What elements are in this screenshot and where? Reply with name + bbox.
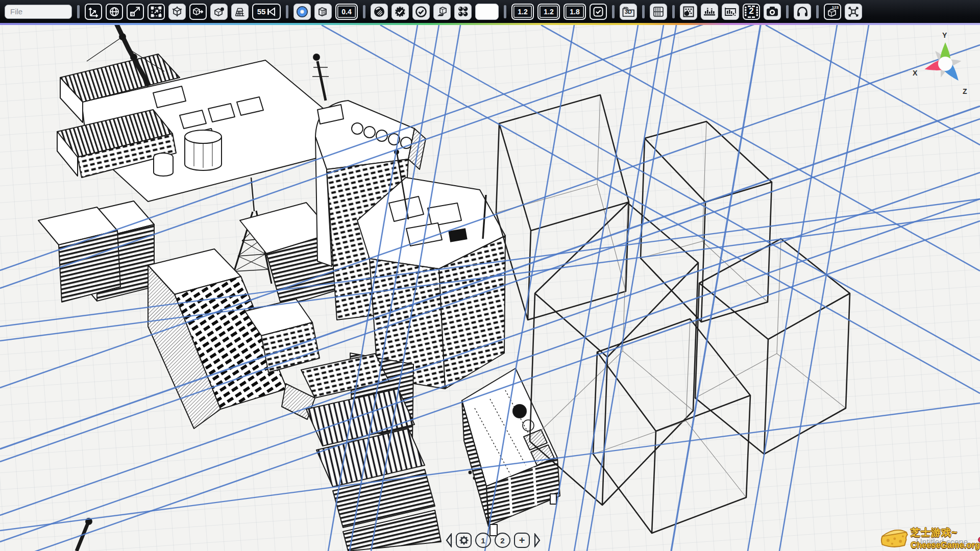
watermark-site: CheeseGame.org — [911, 540, 980, 550]
headphones-icon — [796, 6, 808, 18]
toolbar-separator — [786, 5, 789, 18]
check-circle-icon — [415, 6, 427, 18]
fullscreen-icon — [847, 6, 860, 18]
gizmo-z-label: Z — [963, 87, 967, 95]
film-frame-number: 2 — [749, 6, 753, 16]
check-circle-button[interactable] — [412, 4, 430, 20]
scale-x-value: 1.2 — [518, 8, 527, 16]
globe-button[interactable] — [106, 4, 123, 20]
cube-vertex-icon — [213, 6, 225, 17]
watermark: 芝士游戏~ CheeseGame.org — [879, 523, 980, 551]
cube-vertex-button[interactable] — [210, 4, 228, 20]
toolbar-separator — [77, 5, 80, 18]
cube-gizmo-icon — [171, 6, 183, 17]
cube-hatch-icon — [317, 6, 329, 17]
cheese-icon — [879, 523, 909, 550]
cube-translate-icon — [192, 6, 204, 17]
headphones-button[interactable] — [794, 4, 811, 20]
add-page-button[interactable]: + — [514, 533, 530, 548]
scale-z-button[interactable]: 1.8 — [564, 4, 586, 20]
camera-photo-icon — [766, 6, 779, 18]
equalizer-icon — [703, 6, 716, 18]
toolbar-separator — [642, 5, 645, 18]
toolbar: File 55 0.4 1.2 1.2 1.8 3D — [0, 0, 980, 23]
toolbar-separator — [672, 5, 675, 18]
window-panel-button[interactable] — [650, 4, 667, 20]
move-axes-button[interactable] — [85, 4, 102, 20]
app-window: File 55 0.4 1.2 1.2 1.8 3D — [0, 0, 980, 551]
scale-y-button[interactable]: 1.2 — [537, 4, 560, 20]
check-dashed-button[interactable] — [391, 4, 409, 20]
page-1-label: 1 — [481, 536, 485, 545]
dither-ball-button[interactable] — [680, 4, 697, 20]
file-menu-button[interactable]: File — [5, 5, 72, 19]
fullscreen-button[interactable] — [845, 4, 862, 20]
page-controls: 1 2 + — [445, 533, 541, 548]
scale-diagonal-icon — [129, 6, 141, 17]
select-chart-button[interactable] — [722, 4, 739, 20]
scene-canvas — [0, 25, 980, 551]
gizmo-y-label: Y — [942, 31, 947, 39]
folder-3d-label: 3D — [625, 9, 632, 15]
window-panel-icon — [652, 6, 665, 18]
page-2-label: 2 — [500, 536, 504, 545]
cube-shadow-button[interactable] — [433, 4, 451, 20]
focus-ring-button[interactable] — [293, 4, 311, 20]
prev-page-button[interactable] — [445, 533, 452, 548]
blank-swatch-button[interactable] — [475, 4, 499, 20]
sphere-shaded-button[interactable] — [371, 4, 388, 20]
ground-grid-button[interactable] — [231, 4, 249, 20]
globe-icon — [108, 6, 120, 17]
file-menu-label: File — [10, 7, 22, 16]
toolbar-separator — [504, 5, 506, 18]
move-axes-icon — [87, 6, 100, 17]
cube-numbered-button[interactable]: 123 — [824, 4, 841, 20]
spheres-group-icon — [457, 6, 469, 18]
scale-diagonal-button[interactable] — [127, 4, 144, 20]
cube-numbers-label: 123 — [832, 5, 839, 10]
scale-z-value: 1.8 — [570, 8, 579, 16]
toolbar-separator — [363, 5, 365, 18]
focal-length-value: 55 — [257, 7, 266, 16]
select-chart-icon — [724, 6, 737, 18]
ground-grid-icon — [234, 6, 246, 17]
watermark-title: 芝士游戏~ — [911, 526, 980, 539]
settings-button[interactable] — [456, 533, 472, 548]
toolbar-separator — [816, 5, 819, 18]
film-frame-button[interactable]: 2 — [743, 4, 760, 20]
checkbox-button[interactable] — [590, 4, 607, 20]
bounding-box-button[interactable] — [148, 4, 165, 20]
cube-shadow-icon — [436, 6, 448, 17]
page-2-button[interactable]: 2 — [495, 533, 510, 548]
gizmo-x-label: X — [913, 69, 917, 77]
folder-3d-button[interactable]: 3D — [620, 4, 637, 20]
opacity-value: 0.4 — [341, 8, 351, 16]
camera-focal-icon — [267, 7, 276, 17]
focus-ring-icon — [296, 6, 308, 18]
check-dashed-icon — [394, 6, 406, 18]
camera-focal-button[interactable]: 55 — [252, 4, 281, 20]
spheres-group-button[interactable] — [454, 4, 472, 20]
add-page-label: + — [519, 535, 525, 546]
equalizer-button[interactable] — [701, 4, 718, 20]
next-page-button[interactable] — [533, 533, 541, 548]
sphere-shaded-icon — [373, 6, 385, 18]
opacity-value-button[interactable]: 0.4 — [335, 4, 358, 20]
cube-hatch-button[interactable] — [314, 4, 332, 20]
bounding-box-icon — [150, 6, 162, 17]
toolbar-separator — [286, 5, 288, 18]
cube-translate-button[interactable] — [189, 4, 207, 20]
viewport-3d[interactable]: Y X Z 1 2 + Untitled scene 芝士游戏~ — [0, 25, 980, 551]
page-1-button[interactable]: 1 — [475, 533, 491, 548]
checkbox-icon — [592, 6, 604, 17]
axis-gizmo[interactable]: Y X Z — [911, 30, 980, 102]
cube-gizmo-button[interactable] — [168, 4, 186, 20]
scale-y-value: 1.2 — [544, 8, 553, 16]
axis-gizmo-icon — [911, 30, 980, 102]
camera-photo-button[interactable] — [764, 4, 781, 20]
scale-x-button[interactable]: 1.2 — [511, 4, 534, 20]
toolbar-separator — [612, 5, 615, 18]
dither-ball-icon — [682, 6, 695, 18]
gear-icon — [459, 535, 469, 545]
